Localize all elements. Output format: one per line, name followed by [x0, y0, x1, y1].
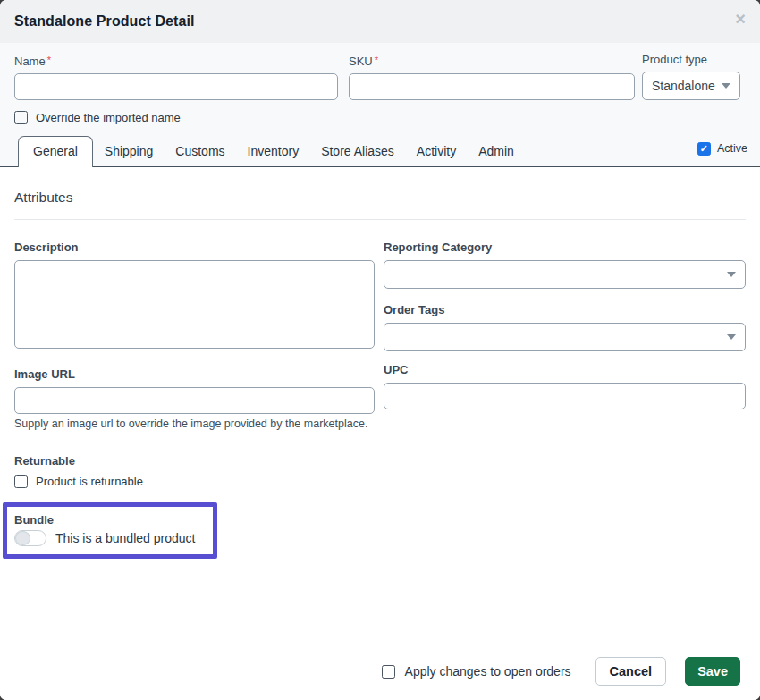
tab-shipping[interactable]: Shipping: [94, 137, 165, 166]
returnable-label: Returnable: [14, 454, 746, 468]
reporting-category-select[interactable]: [384, 260, 746, 289]
name-input[interactable]: [14, 73, 338, 100]
bundle-label: Bundle: [14, 513, 195, 527]
image-url-label: Image URL: [14, 367, 375, 381]
returnable-group: Returnable Product is returnable: [14, 454, 746, 492]
tab-store-aliases[interactable]: Store Aliases: [310, 137, 405, 166]
name-field-group: Name*: [14, 55, 338, 100]
sku-input[interactable]: [349, 73, 635, 100]
chevron-down-icon: [722, 83, 730, 89]
product-type-label: Product type: [642, 53, 740, 66]
modal-footer: Apply changes to open orders Cancel Save: [0, 645, 760, 700]
order-tags-group: Order Tags: [384, 303, 746, 351]
apply-changes-checkbox[interactable]: Apply changes to open orders: [382, 664, 571, 679]
image-url-hint: Supply an image url to override the imag…: [14, 417, 375, 430]
cancel-button[interactable]: Cancel: [595, 657, 667, 686]
tab-general[interactable]: General: [18, 136, 93, 167]
tab-admin[interactable]: Admin: [468, 137, 525, 166]
reporting-category-label: Reporting Category: [384, 240, 746, 254]
sku-field-group: SKU*: [349, 55, 635, 100]
order-tags-select[interactable]: [384, 323, 746, 351]
check-icon: ✓: [700, 144, 708, 154]
product-type-group: Product type Standalone: [642, 53, 740, 100]
checkbox-box-checked: ✓: [697, 142, 711, 156]
primary-fields-row: Name* SKU* Product type Standalone: [0, 53, 760, 100]
product-type-value: Standalone: [652, 79, 715, 93]
chevron-down-icon: [727, 334, 736, 340]
tab-activity[interactable]: Activity: [406, 137, 467, 166]
modal-title: Standalone Product Detail: [14, 13, 195, 30]
returnable-checkbox[interactable]: Product is returnable: [14, 475, 143, 488]
chevron-down-icon: [727, 272, 736, 277]
override-row: Override the imported name: [0, 111, 760, 128]
sku-label: SKU*: [349, 55, 635, 68]
image-url-group: Image URL Supply an image url to overrid…: [14, 367, 375, 430]
reporting-category-group: Reporting Category: [384, 240, 746, 289]
override-name-checkbox[interactable]: Override the imported name: [14, 111, 181, 124]
description-label: Description: [14, 240, 375, 254]
sku-label-text: SKU: [349, 55, 373, 68]
tab-inventory[interactable]: Inventory: [237, 137, 310, 166]
name-label-text: Name: [14, 55, 46, 68]
bundle-toggle[interactable]: [14, 530, 46, 546]
returnable-checkbox-label: Product is returnable: [36, 475, 143, 488]
image-url-input[interactable]: [14, 387, 375, 414]
override-name-label: Override the imported name: [36, 111, 181, 124]
footer-row: Apply changes to open orders Cancel Save: [0, 645, 760, 700]
checkbox-box: [14, 111, 28, 124]
tab-customs[interactable]: Customs: [165, 137, 235, 166]
bundle-toggle-label: This is a bundled product: [55, 531, 195, 545]
order-tags-label: Order Tags: [384, 303, 746, 316]
save-button[interactable]: Save: [685, 657, 740, 686]
attributes-heading: Attributes: [14, 190, 746, 220]
name-required-asterisk: *: [47, 55, 51, 65]
upper-form-band: Name* SKU* Product type Standalone Overr…: [0, 43, 760, 167]
right-column: Reporting Category Order Tags: [384, 240, 746, 430]
apply-changes-label: Apply changes to open orders: [405, 664, 571, 679]
bundle-highlight-box: Bundle This is a bundled product: [3, 502, 217, 559]
product-detail-modal: Standalone Product Detail × Name* SKU* P…: [0, 0, 760, 700]
modal-header: Standalone Product Detail ×: [0, 0, 760, 43]
upc-group: UPC: [384, 363, 746, 409]
active-checkbox[interactable]: ✓ Active: [697, 142, 747, 156]
bundle-toggle-row: This is a bundled product: [14, 530, 195, 546]
upc-input[interactable]: [384, 383, 746, 409]
general-tab-content: Attributes Description Image URL Supply …: [0, 167, 760, 645]
product-type-select[interactable]: Standalone: [642, 72, 740, 100]
upc-label: UPC: [384, 363, 746, 376]
description-textarea[interactable]: [14, 260, 375, 349]
tab-bar: General Shipping Customs Inventory Store…: [0, 136, 760, 167]
name-label: Name*: [14, 55, 338, 68]
close-icon[interactable]: ×: [735, 10, 746, 28]
toggle-knob: [15, 531, 30, 545]
description-group: Description: [14, 240, 375, 352]
checkbox-box: [14, 475, 28, 488]
active-label: Active: [717, 142, 747, 155]
sku-required-asterisk: *: [375, 55, 378, 65]
left-column: Description Image URL Supply an image ur…: [14, 240, 375, 430]
checkbox-box: [382, 665, 395, 679]
attributes-grid: Description Image URL Supply an image ur…: [14, 240, 746, 430]
